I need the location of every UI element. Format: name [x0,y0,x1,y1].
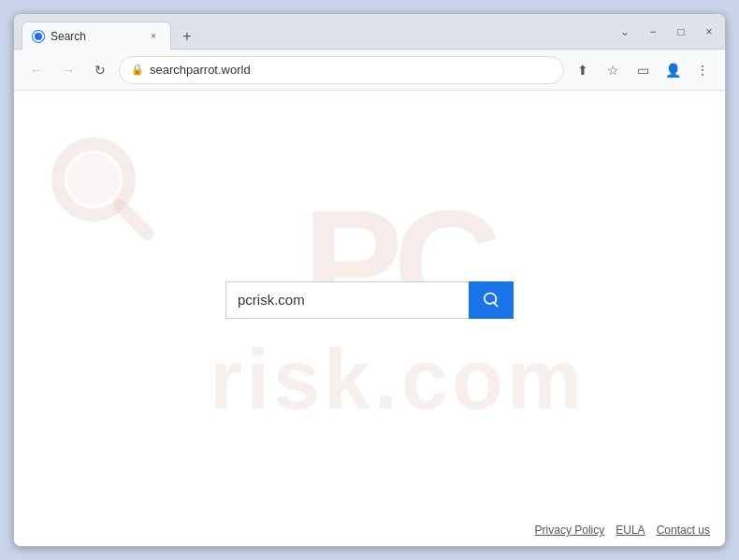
new-tab-button[interactable]: + [175,24,199,49]
svg-point-0 [58,144,129,215]
search-icon [483,292,500,309]
profile-button[interactable]: 👤 [659,57,686,83]
nav-bar: ← → ↻ 🔒 searchparrot.world ⬆ ☆ ▭ 👤 [14,50,725,91]
tab-area: Search × + [22,14,609,49]
active-tab[interactable]: Search × [22,22,171,50]
svg-point-1 [67,153,120,206]
watermark-risk-text: risk.com [210,337,586,422]
search-button[interactable] [469,281,514,319]
magnifier-watermark [47,137,159,250]
eula-link[interactable]: EULA [616,524,645,537]
address-bar[interactable]: 🔒 searchparrot.world [119,56,564,84]
contact-us-link[interactable]: Contact us [657,524,710,537]
chevron-button[interactable]: ⌄ [616,23,633,40]
back-button[interactable]: ← [23,57,50,83]
sidebar-button[interactable]: ▭ [630,57,656,83]
minimize-button[interactable]: − [645,23,661,40]
close-button[interactable]: × [701,23,717,40]
search-container [225,281,514,319]
bookmark-button[interactable]: ☆ [600,57,626,83]
reload-button[interactable]: ↻ [87,57,113,83]
tab-favicon [32,30,45,43]
maximize-button[interactable]: □ [673,23,689,40]
menu-button[interactable]: ⋮ [689,57,716,83]
page-content: PC risk.com Privacy Policy EULA Contact … [14,91,725,546]
search-input[interactable] [225,281,469,319]
share-button[interactable]: ⬆ [570,57,596,83]
page-footer: Privacy Policy EULA Contact us [535,524,710,537]
nav-actions: ⬆ ☆ ▭ 👤 ⋮ [570,57,716,83]
privacy-policy-link[interactable]: Privacy Policy [535,524,605,537]
title-bar-controls: ⌄ − □ × [616,23,717,40]
address-text: searchparrot.world [150,63,552,77]
title-bar: Search × + ⌄ − □ × [14,14,725,50]
tab-title: Search [51,30,140,43]
browser-window: Search × + ⌄ − □ × ← → ↻ 🔒 searchparrot.… [13,13,726,547]
watermark: PC risk.com [14,91,725,546]
tab-close-button[interactable]: × [146,29,161,44]
svg-line-2 [120,206,148,234]
lock-icon: 🔒 [131,64,144,76]
forward-button[interactable]: → [55,57,81,83]
